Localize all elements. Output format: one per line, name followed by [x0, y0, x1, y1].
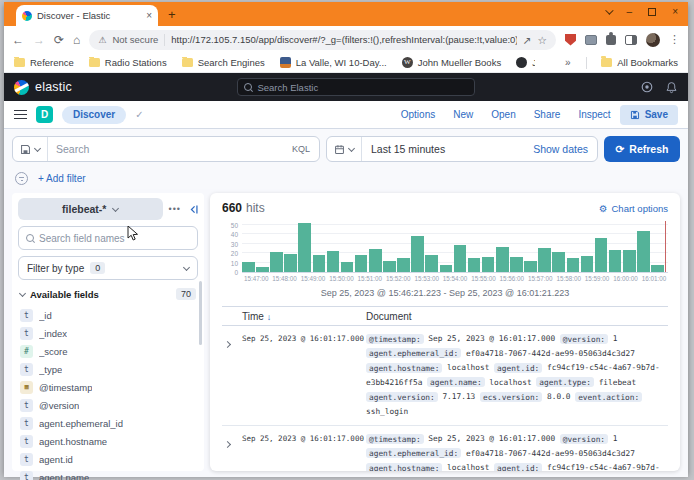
- filter-by-type[interactable]: Filter by type 0: [18, 256, 198, 280]
- share-icon[interactable]: ↗: [523, 34, 532, 46]
- bookmarks-overflow-icon[interactable]: »: [565, 57, 571, 68]
- new-tab-button[interactable]: +: [168, 7, 176, 22]
- sort-descending-icon[interactable]: ↓: [267, 312, 272, 322]
- histogram-bar[interactable]: [284, 254, 297, 272]
- not-secure-warning-icon[interactable]: ⚠: [98, 35, 106, 45]
- maximize-button[interactable]: [648, 8, 656, 16]
- collapse-sidebar-icon[interactable]: [187, 204, 199, 215]
- histogram-bar[interactable]: [397, 258, 410, 272]
- breadcrumb-discover[interactable]: Discover: [62, 106, 126, 124]
- doc-field-name[interactable]: agent.id:: [494, 463, 542, 472]
- bookmark-item[interactable]: La Valle, WI 10-Day...: [280, 57, 387, 68]
- elastic-logo-icon[interactable]: [14, 80, 29, 95]
- histogram-bar[interactable]: [411, 236, 424, 272]
- doc-field-name[interactable]: agent.ephemeral_id:: [366, 348, 461, 358]
- save-button[interactable]: Save: [620, 105, 678, 125]
- space-badge[interactable]: D: [36, 106, 53, 123]
- address-bar[interactable]: ⚠ Not secure http://172.105.7.150/app/di…: [89, 30, 556, 50]
- histogram-bar[interactable]: [440, 265, 453, 272]
- nav-menu-icon[interactable]: [14, 110, 27, 120]
- toolbar-link-share[interactable]: Share: [534, 109, 561, 120]
- histogram-bar[interactable]: [552, 252, 565, 272]
- histogram-bar[interactable]: [637, 231, 650, 272]
- doc-field-name[interactable]: agent.hostname:: [366, 363, 442, 373]
- url-text[interactable]: http://172.105.7.150/app/discover#/?_g=(…: [171, 34, 516, 45]
- side-panel-icon[interactable]: [625, 35, 637, 45]
- histogram-bar[interactable]: [270, 252, 283, 272]
- field-search-input[interactable]: [39, 233, 190, 244]
- doc-field-name[interactable]: @timestamp:: [366, 434, 424, 444]
- bookmark-item[interactable]: Search Engines: [182, 57, 265, 68]
- filter-icon[interactable]: [15, 172, 28, 185]
- doc-field-name[interactable]: agent.hostname:: [366, 463, 442, 472]
- index-options-icon[interactable]: •••: [169, 204, 181, 214]
- toolbar-link-inspect[interactable]: Inspect: [578, 109, 610, 120]
- field-search-box[interactable]: [18, 226, 198, 250]
- refresh-button[interactable]: ⟳ Refresh: [604, 136, 680, 162]
- toolbar-link-options[interactable]: Options: [401, 109, 435, 120]
- doc-field-name[interactable]: ecs.version:: [480, 392, 542, 402]
- histogram-bar[interactable]: [242, 262, 255, 272]
- help-icon[interactable]: [641, 81, 653, 93]
- extensions-puzzle-icon[interactable]: [606, 35, 616, 45]
- expand-row-icon[interactable]: [222, 332, 242, 419]
- histogram-bar[interactable]: [567, 258, 580, 272]
- bookmark-item[interactable]: WJohn Mueller Books: [402, 57, 501, 68]
- kql-search-box[interactable]: KQL: [12, 136, 320, 162]
- histogram-bar[interactable]: [454, 245, 467, 272]
- histogram-bar[interactable]: [595, 238, 608, 272]
- histogram-bar[interactable]: [425, 255, 438, 272]
- field-item[interactable]: #_score: [20, 342, 196, 360]
- histogram-bar[interactable]: [623, 250, 636, 272]
- date-picker[interactable]: Last 15 minutes Show dates: [326, 136, 598, 162]
- histogram-bar[interactable]: [369, 249, 382, 272]
- histogram-bar[interactable]: [651, 265, 664, 272]
- home-icon[interactable]: ⌂: [73, 33, 80, 47]
- doc-field-name[interactable]: @timestamp:: [366, 334, 424, 344]
- kql-query-input[interactable]: [48, 143, 292, 155]
- histogram-bar[interactable]: [468, 258, 481, 272]
- minimize-button[interactable]: –: [627, 6, 633, 17]
- adblock-extension-icon[interactable]: [565, 34, 576, 46]
- histogram-bar[interactable]: [524, 261, 537, 272]
- tab-search-icon[interactable]: [605, 6, 613, 14]
- doc-field-name[interactable]: agent.ephemeral_id:: [366, 448, 461, 458]
- histogram-bar[interactable]: [538, 248, 551, 272]
- field-item[interactable]: tagent.id: [20, 450, 196, 468]
- saved-query-menu[interactable]: [13, 137, 48, 161]
- time-range-value[interactable]: Last 15 minutes: [362, 143, 533, 155]
- field-item[interactable]: ▦@timestamp: [20, 378, 196, 396]
- available-fields-header[interactable]: Available fields 70: [20, 288, 196, 300]
- histogram-bar[interactable]: [313, 255, 326, 272]
- screenshot-extension-icon[interactable]: [585, 35, 597, 45]
- global-search-input[interactable]: [257, 82, 468, 93]
- field-item[interactable]: tagent.ephemeral_id: [20, 414, 196, 432]
- add-filter-link[interactable]: + Add filter: [38, 173, 86, 184]
- field-item[interactable]: t@version: [20, 396, 196, 414]
- profile-avatar[interactable]: [646, 33, 660, 47]
- toolbar-link-new[interactable]: New: [453, 109, 473, 120]
- kql-label[interactable]: KQL: [292, 144, 319, 154]
- histogram-bar[interactable]: [482, 257, 495, 272]
- histogram-bar[interactable]: [496, 247, 509, 272]
- close-window-button[interactable]: ×: [672, 6, 678, 17]
- toolbar-link-open[interactable]: Open: [491, 109, 515, 120]
- alerts-bell-icon[interactable]: [665, 81, 678, 94]
- index-pattern-picker[interactable]: filebeat-*: [18, 198, 163, 220]
- bookmark-item[interactable]: John's Random Tho...: [516, 57, 535, 68]
- field-item[interactable]: t_type: [20, 360, 196, 378]
- doc-field-name[interactable]: agent.version:: [366, 392, 438, 402]
- histogram-bar[interactable]: [609, 250, 622, 272]
- bookmark-item[interactable]: Radio Stations: [89, 57, 167, 68]
- global-search-box[interactable]: [237, 78, 475, 96]
- bookmark-item[interactable]: Reference: [14, 57, 74, 68]
- expand-row-icon[interactable]: [222, 432, 242, 471]
- field-item[interactable]: t_id: [20, 306, 196, 324]
- doc-field-name[interactable]: agent.type:: [536, 377, 594, 387]
- back-icon[interactable]: ←: [12, 33, 24, 47]
- histogram-bar[interactable]: [327, 251, 340, 272]
- show-dates-link[interactable]: Show dates: [533, 143, 597, 155]
- chrome-menu-icon[interactable]: ⋮: [669, 33, 680, 46]
- doc-field-name[interactable]: event.action:: [575, 392, 642, 402]
- histogram-bar[interactable]: [298, 223, 311, 272]
